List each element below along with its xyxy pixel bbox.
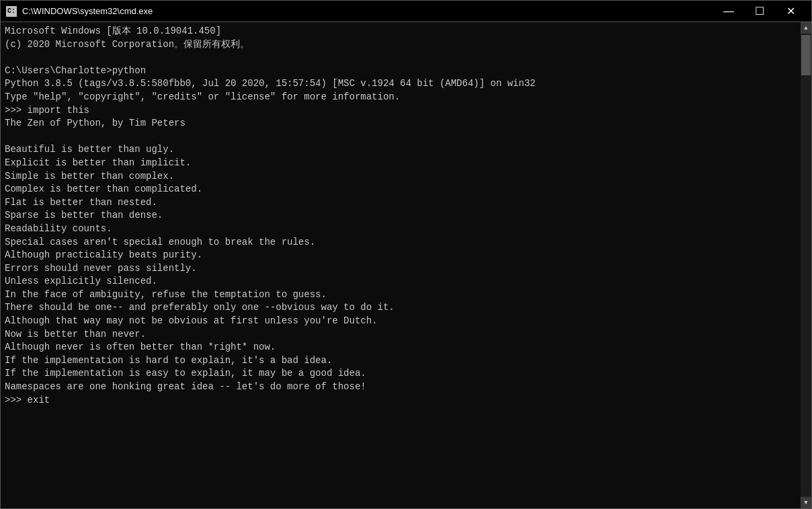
title-bar: C: C:\WINDOWS\system32\cmd.exe — ☐ ✕ — [1, 1, 811, 22]
content-area: Microsoft Windows [版本 10.0.19041.450] (c… — [1, 22, 811, 508]
title-bar-buttons: — ☐ ✕ — [713, 1, 806, 22]
window-icon: C: — [6, 6, 17, 17]
maximize-button[interactable]: ☐ — [744, 1, 775, 22]
scrollbar[interactable]: ▲ ▼ — [801, 22, 811, 508]
minimize-button[interactable]: — — [713, 1, 744, 22]
scrollbar-thumb[interactable] — [801, 35, 811, 75]
cmd-window: C: C:\WINDOWS\system32\cmd.exe — ☐ ✕ Mic… — [0, 0, 812, 509]
terminal-output[interactable]: Microsoft Windows [版本 10.0.19041.450] (c… — [1, 22, 801, 508]
window-title: C:\WINDOWS\system32\cmd.exe — [22, 6, 713, 16]
scrollbar-track[interactable] — [801, 34, 811, 497]
scroll-up-button[interactable]: ▲ — [801, 22, 811, 34]
close-button[interactable]: ✕ — [775, 1, 806, 22]
scroll-down-button[interactable]: ▼ — [801, 497, 811, 508]
